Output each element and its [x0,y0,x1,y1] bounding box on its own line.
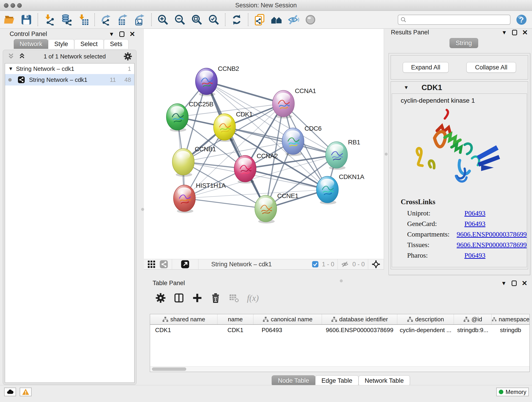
cloud-button[interactable] [4,388,16,396]
column-header[interactable]: database identifier [322,314,397,324]
node-table[interactable]: shared name name canonical name database… [150,314,530,372]
export-network-icon[interactable] [100,14,112,26]
zoom-selected-icon[interactable] [208,14,220,26]
left-splitter-handle[interactable] [141,208,144,211]
import-table-icon[interactable] [77,14,89,26]
crosslink-link[interactable]: P06493 [464,251,486,259]
control-panel-title: Control Panel [10,31,47,38]
search-input[interactable] [408,17,508,23]
refresh-icon[interactable] [231,14,242,26]
crosslink-link[interactable]: P06493 [464,220,486,228]
collection-count: 1 [119,65,131,72]
save-session-icon[interactable] [21,14,32,26]
panel-float-icon[interactable] [512,281,517,286]
document-share-icon[interactable] [254,14,265,26]
tab-string[interactable]: String [450,38,478,48]
selected-checkbox-icon[interactable] [312,261,319,268]
column-namespace-icon [407,316,413,322]
panel-undock-icon[interactable]: ▼ [501,30,507,35]
svg-text:?: ? [519,15,524,24]
window-close-button[interactable] [4,3,8,8]
open-file-icon[interactable] [4,14,15,26]
inactive-eye-icon[interactable] [305,14,316,26]
network-label: String Network – cdk1 [29,76,101,83]
search-box[interactable] [398,15,510,25]
tab-edge-table[interactable]: Edge Table [315,375,359,386]
memory-button[interactable]: Memory [496,388,529,396]
window-zoom-button[interactable] [17,3,22,8]
panel-close-icon[interactable]: ✕ [522,29,528,36]
panel-close-icon[interactable]: ✕ [522,280,527,287]
panel-undock-icon[interactable]: ▼ [109,32,114,37]
svg-text:CCNE1: CCNE1 [277,192,298,199]
zoom-out-icon[interactable] [174,14,186,26]
help-icon[interactable]: ? [516,14,527,25]
delete-column-trash-icon[interactable] [210,293,221,303]
expand-all-icon[interactable] [18,52,26,60]
collection-label: String Network – cdk1 [16,65,116,72]
show-columns-icon[interactable] [174,293,184,303]
horizontal-splitter-handle[interactable] [340,279,343,282]
column-header[interactable]: @id [454,314,492,324]
window-minimize-button[interactable] [11,3,15,8]
home-icon[interactable] [271,14,282,26]
scrollbar-thumb[interactable] [152,367,186,371]
crosslink-link[interactable]: 9606.ENSP00000378699 [457,230,527,238]
tab-network-table[interactable]: Network Table [359,375,410,386]
crosslink-label: GeneCard: [407,220,464,228]
export-image-icon[interactable] [134,14,146,26]
panel-close-icon[interactable]: ✕ [129,31,135,38]
svg-text:CDC25B: CDC25B [189,101,213,108]
crosslink-link[interactable]: P06493 [464,209,486,217]
network-node-CCNB2: CCNB2 [196,65,239,96]
grid-view-icon[interactable] [147,260,156,269]
crosslink-label: Pharos: [407,251,464,259]
horizontal-scrollbar[interactable] [150,366,530,372]
tab-style[interactable]: Style [48,39,74,49]
create-column-plus-icon[interactable] [192,293,203,303]
fit-selected-crosshair-icon[interactable] [371,260,380,269]
network-row[interactable]: String Network – cdk1 11 48 [5,74,134,85]
tab-select[interactable]: Select [74,39,104,49]
table-row[interactable]: CDK1 CDK1 P06493 9606.ENSP00000378699 cy… [150,325,530,335]
network-view-share-icon[interactable] [159,260,168,269]
svg-text:CCNA2: CCNA2 [257,153,278,160]
tab-network[interactable]: Network [14,39,48,49]
hide-graphics-details-icon[interactable] [288,14,299,26]
column-header[interactable]: canonical name [253,314,322,324]
table-options-gear-icon[interactable] [155,293,166,303]
zoom-fit-icon[interactable] [191,14,203,26]
table-panel: Table Panel ▼ ✕ [144,274,532,385]
column-header[interactable]: description [397,314,454,324]
warning-button[interactable] [20,388,32,396]
panel-float-icon[interactable] [119,32,124,37]
import-network-icon[interactable] [44,14,55,26]
tab-sets[interactable]: Sets [104,39,128,49]
collection-disclosure-icon[interactable]: ▼ [8,66,13,72]
column-header[interactable]: shared name [150,314,217,324]
gear-icon[interactable] [123,52,132,61]
panel-undock-icon[interactable]: ▼ [501,281,507,286]
memory-label: Memory [506,389,526,395]
collapse-all-button[interactable]: Collapse All [467,62,516,73]
collapse-all-icon[interactable] [7,52,15,60]
tab-node-table[interactable]: Node Table [272,375,315,386]
gene-disclosure-icon[interactable]: ▼ [404,85,409,90]
search-icon [400,17,406,23]
birds-eye-view-icon[interactable] [181,260,190,269]
column-header[interactable]: name [217,314,253,324]
network-view-canvas[interactable]: CCNB2CCNA1CDC25BCDK1CDC6RB1CCNB1CCNA2CDK… [144,29,384,259]
crosslink-link[interactable]: 9606.ENSP00000378699 [457,241,527,249]
protein-structure-image [408,108,506,191]
zoom-in-icon[interactable] [157,14,169,26]
network-collection-row[interactable]: ▼ String Network – cdk1 1 [5,64,134,74]
export-table-icon[interactable] [117,14,129,26]
import-network-database-icon[interactable] [60,14,72,26]
right-splitter-handle[interactable] [385,153,388,156]
expand-all-button[interactable]: Expand All [403,62,449,73]
memory-status-dot [499,390,503,394]
column-header[interactable]: namespace [492,314,530,324]
hidden-eye-icon[interactable] [341,260,349,268]
panel-float-icon[interactable] [512,30,517,35]
results-panel-title: Results Panel [391,29,429,36]
